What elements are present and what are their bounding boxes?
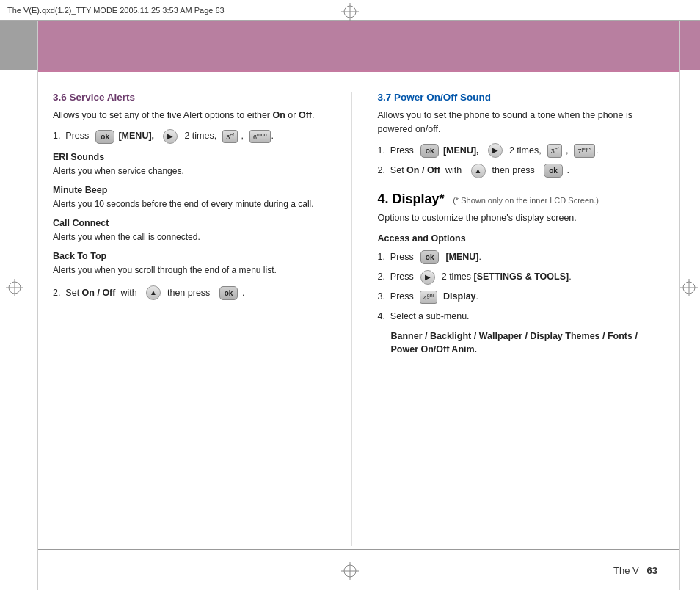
nav-btn-2: ▲: [146, 285, 161, 300]
key-3-r1: 3ef: [547, 144, 563, 158]
subsection-beep-title: Minute Beep: [53, 185, 340, 195]
r-step1-line: 1. Press ok [MENU], ▶ 2 times, 3ef , 7pq…: [378, 143, 666, 159]
subsection-connect-text: Alerts you when the call is connected.: [53, 230, 340, 244]
right-margin: [679, 21, 700, 590]
section-37-title: 3.7 Power On/Off Sound: [378, 92, 666, 103]
footer-text: The V 63: [613, 565, 657, 576]
subsection-eri-title: ERI Sounds: [53, 152, 340, 162]
header-text: The V(E).qxd(1.2)_TTY MODE 2005.11.25 3:…: [7, 6, 225, 15]
key-4-r1: 4ghi: [420, 291, 437, 305]
ok-btn-r3: ok: [420, 250, 440, 264]
r2-step1-line: 1. Press ok [MENU].: [378, 250, 666, 265]
r-step2-line: 2. Set On / Off with ▲ then press ok .: [378, 163, 666, 178]
r2-step2-line: 2. Press ▶ 2 times [SETTINGS & TOOLS].: [378, 269, 666, 285]
section-36-title: 3.6 Service Alerts: [53, 92, 340, 103]
crosshair-right-middle: [680, 279, 698, 296]
subsection-backtotop-text: Alerts you when you scroll through the e…: [53, 263, 340, 277]
top-separator: [38, 70, 679, 72]
left-margin: [0, 21, 38, 590]
r2-step3-line: 3. Press 4ghi Display.: [378, 289, 666, 305]
section-4-intro: Options to customize the phone's display…: [378, 211, 666, 225]
section-36-intro: Allows you to set any of the five Alert …: [53, 109, 340, 123]
section-4-note: (* Shown only on the inner LCD Screen.): [453, 196, 599, 205]
key-7-r1: 7pqrs: [574, 144, 595, 158]
subsection-eri-text: Alerts you when service changes.: [53, 164, 340, 178]
footer: The V 63: [38, 550, 679, 590]
ok-btn-r1: ok: [420, 144, 440, 158]
subsection-backtotop-title: Back To Top: [53, 251, 340, 261]
subsection-connect-title: Call Connect: [53, 218, 340, 228]
nav-btn-r1: ▶: [488, 143, 503, 158]
footer-the-v: The V: [613, 565, 639, 576]
crosshair-left-middle: [6, 279, 23, 296]
step2-line: 2. Set On / Off with ▲ then press ok .: [53, 285, 340, 301]
nav-btn-r3: ▶: [420, 270, 435, 285]
ok-btn-r2: ok: [544, 164, 563, 178]
crosshair-top-center: [341, 3, 359, 21]
step1-line: 1. Press ok [MENU], ▶ 2 times, 3ef , 6mn…: [53, 128, 340, 144]
col-right: 3.7 Power On/Off Sound Allows you to set…: [374, 92, 666, 546]
section-37-intro: Allows you to set the phone to sound a t…: [378, 109, 666, 137]
subsection-beep-text: Alerts you 10 seconds before the end of …: [53, 197, 340, 211]
submenu-text: Banner / Backlight / Wallpaper / Display…: [391, 329, 666, 357]
ok-btn-2: ok: [219, 286, 238, 300]
accent-band: [0, 21, 700, 70]
content-area: 3.6 Service Alerts Allows you to set any…: [38, 84, 679, 546]
key-3-1: 3ef: [222, 130, 238, 144]
ok-btn-1: ok: [95, 130, 114, 144]
access-options-title: Access and Options: [378, 233, 666, 244]
nav-btn-1: ▶: [163, 129, 178, 144]
section-4-title: 4. Display*: [378, 192, 445, 206]
nav-btn-r2: ▲: [471, 164, 486, 178]
col-left: 3.6 Service Alerts Allows you to set any…: [53, 92, 352, 546]
r2-step4-line: 4. Select a sub-menu.: [378, 309, 666, 324]
footer-page-number: 63: [647, 565, 657, 576]
key-6-1: 6mno: [249, 130, 271, 144]
